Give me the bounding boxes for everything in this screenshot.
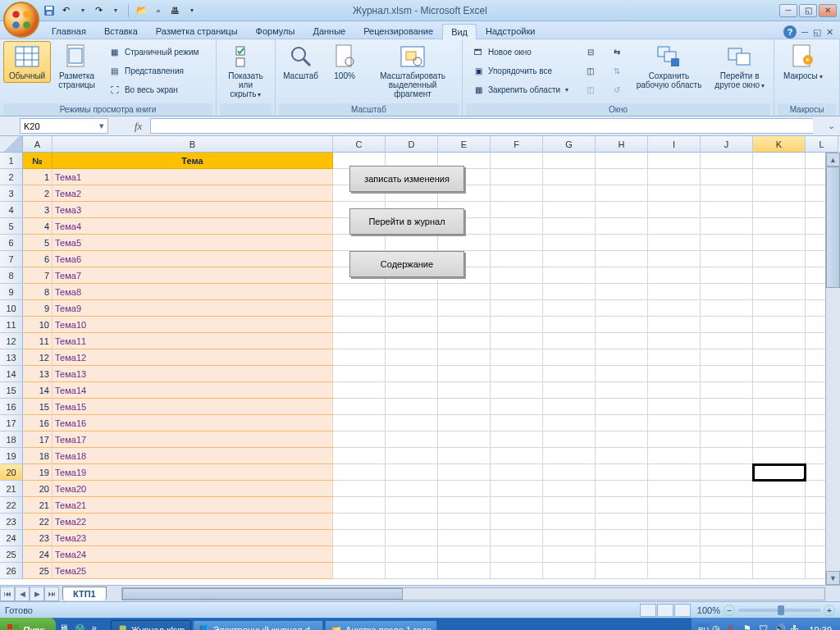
cell[interactable] — [333, 497, 386, 514]
open-icon[interactable]: 📂 — [135, 4, 148, 17]
cell[interactable] — [701, 333, 753, 349]
cell[interactable]: Тема9 — [52, 300, 333, 317]
cell[interactable]: 9 — [23, 300, 52, 317]
zoom-selection-button[interactable]: Масштабировать выделенный фрагмент — [367, 41, 459, 101]
row-header[interactable]: 4 — [0, 202, 23, 218]
column-header[interactable]: F — [491, 136, 543, 153]
cell[interactable] — [333, 514, 386, 530]
cell[interactable] — [648, 530, 701, 546]
column-header[interactable]: C — [333, 136, 386, 153]
cell[interactable] — [438, 382, 491, 399]
cell[interactable]: 15 — [23, 399, 52, 415]
row-header[interactable]: 10 — [0, 300, 23, 317]
sync-button[interactable]: ⇅ — [606, 62, 628, 80]
cell[interactable]: Тема1 — [52, 169, 333, 185]
cell[interactable]: Тема15 — [52, 399, 333, 415]
cell[interactable] — [543, 153, 596, 169]
cell[interactable] — [438, 366, 491, 382]
cell[interactable] — [753, 366, 806, 382]
antivirus-icon[interactable]: K — [728, 623, 741, 630]
column-header[interactable]: K — [753, 136, 806, 153]
cell[interactable] — [543, 530, 596, 546]
cell[interactable] — [596, 218, 648, 235]
zoom-in-button[interactable]: + — [824, 605, 835, 616]
cell[interactable] — [753, 514, 806, 530]
row-header[interactable]: 25 — [0, 546, 23, 563]
cell[interactable]: Тема22 — [52, 514, 333, 530]
cell[interactable] — [543, 284, 596, 300]
cell[interactable]: 10 — [23, 317, 52, 333]
cell[interactable]: Тема11 — [52, 333, 333, 349]
cell[interactable] — [648, 218, 701, 235]
cell[interactable] — [753, 267, 806, 284]
unhide-button[interactable]: ◫ — [580, 80, 601, 98]
row-header[interactable]: 21 — [0, 481, 23, 497]
cell[interactable] — [438, 448, 491, 464]
cell[interactable] — [701, 497, 753, 514]
cell[interactable]: Тема19 — [52, 464, 333, 481]
cell[interactable] — [491, 153, 543, 169]
cell[interactable] — [648, 235, 701, 251]
row-header[interactable]: 7 — [0, 251, 23, 267]
chevrons-icon[interactable]: » — [92, 623, 107, 630]
expand-formula-icon[interactable]: ⌄ — [828, 121, 840, 131]
cell[interactable] — [491, 448, 543, 464]
cell[interactable]: 11 — [23, 333, 52, 349]
cell[interactable] — [543, 251, 596, 267]
dropdown-icon[interactable]: ▾ — [99, 121, 104, 131]
cell[interactable] — [386, 464, 438, 481]
row-header[interactable]: 15 — [0, 382, 23, 399]
clock[interactable]: 19:39 — [806, 625, 835, 630]
cell[interactable] — [596, 481, 648, 497]
cell[interactable] — [438, 333, 491, 349]
cell[interactable] — [438, 317, 491, 333]
doc-close-icon[interactable]: ✕ — [826, 27, 833, 38]
cell[interactable] — [491, 202, 543, 218]
cell[interactable] — [701, 546, 753, 563]
cell[interactable]: 17 — [23, 431, 52, 448]
cell[interactable] — [543, 481, 596, 497]
cell[interactable] — [753, 497, 806, 514]
cell[interactable]: 18 — [23, 448, 52, 464]
cell[interactable] — [701, 366, 753, 382]
cell[interactable] — [753, 218, 806, 235]
cell[interactable]: № — [23, 153, 52, 169]
cell[interactable] — [333, 563, 386, 579]
cell[interactable] — [701, 218, 753, 235]
cell[interactable]: Тема25 — [52, 563, 333, 579]
cell[interactable] — [543, 185, 596, 202]
cell[interactable] — [753, 349, 806, 366]
cell[interactable] — [491, 366, 543, 382]
cell[interactable] — [596, 366, 648, 382]
show-hide-button[interactable]: Показать или скрыть — [220, 41, 272, 102]
cell[interactable] — [596, 153, 648, 169]
ribbon-tab[interactable]: Надстройки — [477, 23, 544, 39]
cell[interactable]: 14 — [23, 382, 52, 399]
row-header[interactable]: 8 — [0, 267, 23, 284]
cell[interactable] — [333, 366, 386, 382]
cell[interactable] — [701, 317, 753, 333]
cell[interactable] — [491, 431, 543, 448]
next-sheet-button[interactable]: ▶ — [30, 587, 44, 601]
cell[interactable] — [543, 349, 596, 366]
cell[interactable]: Тема18 — [52, 448, 333, 464]
cell[interactable] — [648, 514, 701, 530]
arrange-button[interactable]: ▣Упорядочить все — [468, 62, 575, 80]
cell[interactable] — [596, 497, 648, 514]
cell[interactable] — [648, 349, 701, 366]
cell[interactable] — [438, 349, 491, 366]
cell[interactable] — [543, 366, 596, 382]
cell[interactable]: 24 — [23, 546, 52, 563]
cell[interactable] — [333, 546, 386, 563]
cell[interactable] — [648, 481, 701, 497]
cell[interactable]: Тема4 — [52, 218, 333, 235]
cell[interactable] — [491, 235, 543, 251]
cell[interactable]: Тема23 — [52, 530, 333, 546]
row-header[interactable]: 2 — [0, 169, 23, 185]
row-header[interactable]: 6 — [0, 235, 23, 251]
cell[interactable] — [648, 333, 701, 349]
cell[interactable]: 13 — [23, 366, 52, 382]
cell[interactable] — [648, 185, 701, 202]
cell[interactable] — [648, 153, 701, 169]
cell[interactable]: 19 — [23, 464, 52, 481]
